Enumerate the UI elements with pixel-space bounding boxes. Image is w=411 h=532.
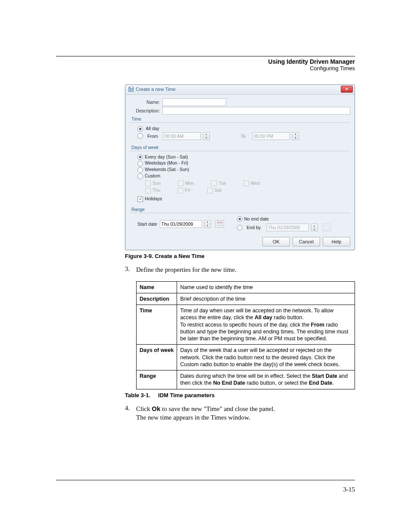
close-icon[interactable]: ✕ (341, 86, 353, 93)
all-day-radio[interactable] (137, 126, 143, 132)
from-spinner[interactable]: ▲▼ (203, 132, 210, 140)
ok-button[interactable]: OK (262, 237, 290, 246)
table-row-name: Range (137, 370, 177, 389)
mon-label: Mon (185, 180, 194, 186)
name-field[interactable] (162, 98, 226, 106)
every-day-radio[interactable] (137, 154, 143, 160)
sat-check (207, 188, 213, 193)
step-4-line1-pre: Click (136, 405, 152, 412)
to-time-field[interactable] (252, 132, 290, 140)
wed-label: Wed (251, 180, 260, 186)
header-title: Using Identity Driven Manager (56, 58, 355, 65)
from-label: From (147, 134, 160, 139)
header-rule (56, 56, 355, 56)
end-by-spinner[interactable]: ▲▼ (311, 224, 318, 231)
table-caption-title: IDM Time parameters (158, 392, 215, 398)
start-date-field[interactable] (160, 220, 202, 228)
sat-label: Sat (215, 187, 221, 193)
table-row-desc: Dates during which the time will be in e… (177, 370, 355, 389)
table-row-name: Description (137, 293, 177, 305)
end-by-label: End by (247, 225, 264, 230)
sun-check (145, 180, 151, 186)
end-by-radio[interactable] (237, 225, 243, 230)
all-day-label: All day (146, 126, 159, 131)
range-section-label: Range (131, 207, 350, 212)
time-section-label: Time (131, 116, 350, 121)
table-row-desc: Name used to identify the time (177, 281, 355, 293)
weekends-radio[interactable] (137, 167, 143, 173)
dialog-titlebar: Create a new Time ✕ (125, 85, 355, 95)
step-4-number: 4. (125, 404, 136, 422)
table-row-desc: Brief description of the time (177, 293, 355, 305)
table-row-desc: Days of the week that a user will be acc… (177, 345, 355, 370)
from-time-field[interactable] (163, 132, 201, 140)
holidays-check[interactable] (137, 196, 143, 202)
step-4-line2: The new time appears in the Times window… (136, 414, 250, 421)
custom-label: Custom (145, 173, 160, 178)
sun-label: Sun (153, 180, 161, 186)
table-row-name: Days of week (137, 345, 177, 370)
to-label: To (241, 134, 249, 139)
days-section-label: Days of week (131, 145, 350, 150)
start-date-spinner[interactable]: ▲▼ (204, 220, 211, 228)
step-4-line1-bold: Ok (152, 405, 160, 412)
description-field[interactable] (162, 107, 350, 115)
step-3-number: 3. (125, 265, 136, 274)
fri-label: Fri (185, 187, 190, 193)
end-by-field[interactable] (267, 224, 309, 231)
footer-rule (56, 480, 355, 480)
table-caption-num: Table 3-1. (125, 392, 150, 398)
custom-radio[interactable] (137, 174, 143, 179)
table-caption: Table 3-1. IDM Time parameters (125, 392, 355, 398)
step-4: 4. Click Ok to save the new "Time" and c… (125, 404, 355, 422)
cancel-button[interactable]: Cancel (293, 237, 320, 246)
description-label: Description: (130, 108, 162, 113)
mon-check (178, 180, 184, 186)
help-button[interactable]: Help (323, 237, 350, 246)
create-time-dialog: Create a new Time ✕ Name: Description: T… (125, 84, 355, 250)
step-4-line1-post: to save the new "Time" and close the pan… (160, 405, 275, 412)
no-end-radio[interactable] (237, 216, 243, 222)
calendar-icon[interactable] (215, 220, 224, 228)
wed-check (243, 180, 249, 186)
every-day-label: Every day (Sun - Sat) (145, 154, 188, 159)
fri-check (177, 188, 183, 193)
calendar-icon-disabled (322, 224, 331, 231)
table-row-name: Name (137, 281, 177, 293)
tue-check (211, 180, 217, 186)
figure-caption: Figure 3-9. Create a New Time (125, 253, 355, 259)
svg-rect-1 (130, 87, 133, 89)
start-date-label: Start date (137, 221, 157, 227)
svg-rect-7 (324, 225, 329, 230)
step-3-text: Define the properties for the new time. (136, 265, 355, 274)
to-spinner[interactable]: ▲▼ (292, 132, 299, 140)
weekends-label: Weekends (Sat - Sun) (145, 167, 189, 172)
dialog-icon (128, 86, 134, 92)
no-end-label: No end date (244, 216, 269, 221)
page-number: 3-15 (343, 486, 355, 493)
dialog-title-text: Create a new Time (136, 87, 175, 92)
weekdays-label: Weekdays (Mon - Fri) (145, 160, 188, 165)
weekdays-radio[interactable] (137, 161, 143, 166)
from-radio[interactable] (137, 133, 143, 139)
step-3: 3. Define the properties for the new tim… (125, 265, 355, 274)
table-row-desc: Time of day when user will be accepted o… (177, 305, 355, 345)
thu-check (145, 188, 151, 193)
header-subtitle: Configuring Times (56, 65, 355, 72)
page-header: Using Identity Driven Manager Configurin… (56, 58, 355, 72)
table-row-name: Time (137, 305, 177, 345)
properties-table: NameName used to identify the timeDescri… (136, 281, 355, 389)
name-label: Name: (130, 100, 162, 105)
thu-label: Thu (153, 187, 160, 193)
tue-label: Tue (218, 180, 226, 186)
holidays-label: Holidays (145, 196, 162, 201)
